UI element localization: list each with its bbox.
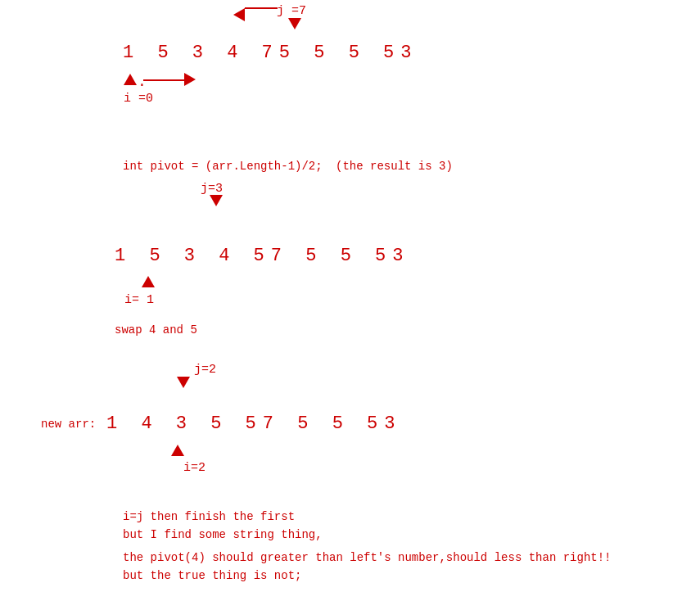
pivot-code: int pivot = (arr.Length-1)/2; (the resul… [123,160,453,173]
dot-i0: . [138,74,147,90]
i2-label: i=2 [183,461,205,475]
array-row1: 1 5 3 4 75 5 5 53 [123,43,418,63]
down-arrow-j3 [210,195,223,210]
i0-label: i =0 [124,92,153,106]
array-row3: 1 4 3 5 57 5 5 53 [106,413,401,434]
up-arrow-i0 [124,74,137,89]
exp-line1: i=j then finish the first [123,508,612,526]
array-row2: 1 5 3 4 57 5 5 53 [115,246,409,266]
new-arr-label: new arr: [41,418,96,431]
up-arrow-i1 [142,276,155,291]
j7-label: j =7 [277,4,306,18]
exp-line2: but I find some string thing, [123,526,612,544]
j2-label: j=2 [194,363,216,377]
left-arrow-j7 [233,8,245,25]
exp-line3: the pivot(4) should greater than left's … [123,549,612,567]
exp-line4: but the true thing is not; [123,567,612,585]
j3-label: j=3 [201,182,223,196]
up-arrow-i2 [171,445,184,460]
explanation: i=j then finish the first but I find som… [123,508,612,585]
i1-label: i= 1 [124,293,154,307]
down-arrow-j2 [177,377,190,392]
down-arrow-j7 [288,18,301,34]
swap-label: swap 4 and 5 [115,323,197,337]
